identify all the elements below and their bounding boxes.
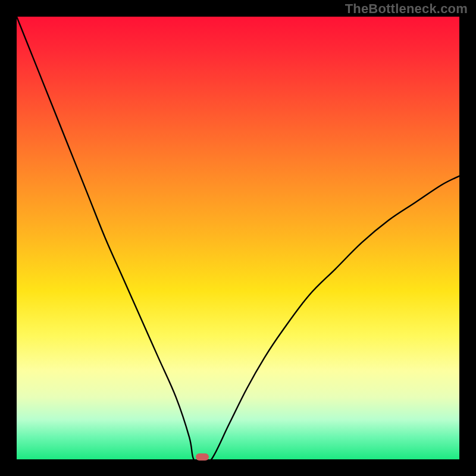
minimum-marker — [196, 453, 209, 461]
watermark-text: TheBottleneck.com — [345, 1, 468, 17]
curve-path — [17, 17, 459, 459]
bottleneck-curve — [17, 17, 459, 459]
plot-area — [17, 17, 459, 459]
chart-frame: TheBottleneck.com — [0, 0, 476, 476]
